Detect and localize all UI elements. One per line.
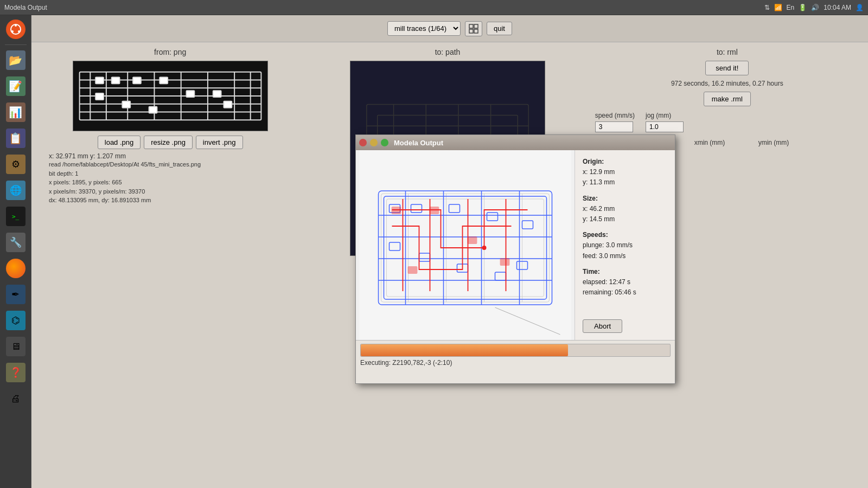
make-rml-button[interactable]: make .rml [704,92,751,106]
size-label: Size: [583,194,667,204]
elapsed-value: elapsed: 12:47 s [583,278,630,286]
sidebar-item-arduino[interactable]: ⌬ [4,309,28,332]
time-estimate: 972 seconds, 16.2 minutes, 0.27 hours [671,80,783,87]
ymin-label: ymin (mm) [729,139,789,146]
svg-rect-6 [469,29,473,33]
svg-rect-30 [122,101,130,108]
svg-rect-7 [474,29,478,33]
dialog-footer: Executing: Z2190,782,-3 (-2:10) [356,340,675,383]
resize-png-button[interactable]: resize .png [144,136,193,149]
remaining-value: remaining: 05:46 s [583,288,636,296]
sidebar-item-terminal[interactable]: >_ [4,204,28,228]
quit-button[interactable]: quit [487,22,512,35]
progress-bar-fill [361,344,568,356]
speed-input[interactable] [595,121,633,132]
size-y: y: 14.5 mm [583,215,615,223]
sidebar-item-printer[interactable]: 🖨 [4,387,28,410]
sidebar-item-help[interactable]: ❓ [4,361,28,384]
origin-label: Origin: [583,157,667,167]
svg-point-2 [18,30,20,33]
sidebar-item-ubuntu[interactable] [4,17,28,41]
feed-value: feed: 3.0 mm/s [583,252,626,260]
svg-rect-31 [149,107,157,113]
clock: 10:04 AM [824,4,851,11]
toolbar: mill traces (1/64) quit [31,15,868,42]
svg-point-73 [482,246,487,250]
dialog-body: Origin: x: 12.9 mm y: 11.3 mm Size: x: 4… [356,150,675,340]
svg-rect-5 [474,24,478,28]
svg-rect-28 [213,91,221,97]
log-line-2: bit depth: 1 [49,169,201,178]
svg-rect-24 [111,78,119,84]
sidebar-item-libreoffice-impress[interactable]: 📋 [4,126,28,150]
time-section: Time: elapsed: 12:47 s remaining: 05:46 … [583,267,667,298]
svg-rect-25 [133,78,141,84]
load-png-button[interactable]: load .png [98,136,141,149]
sidebar-item-tools[interactable]: 🔧 [4,230,28,254]
origin-section: Origin: x: 12.9 mm y: 11.3 mm [583,157,667,188]
sidebar-item-display[interactable]: 🖥 [4,335,28,358]
dialog-canvas[interactable] [356,150,575,340]
size-section: Size: x: 46.2 mm y: 14.5 mm [583,194,667,225]
speed-label: speed (mm/s) [595,112,635,119]
operation-dropdown[interactable]: mill traces (1/64) [387,21,461,36]
user-icon: 👤 [856,4,864,11]
sidebar-item-firefox[interactable] [4,256,28,280]
svg-rect-67 [517,261,528,269]
dialog-titlebar: Modela Output [356,135,675,150]
coord-display: x: 32.971 mm y: 1.207 mm [49,152,126,160]
svg-rect-27 [186,91,194,97]
app-title: Modela Output [4,4,47,11]
origin-y: y: 11.3 mm [583,178,615,186]
svg-rect-66 [495,272,506,280]
log-line-3: x pixels: 1895, y pixels: 665 [49,178,201,187]
to-path-header: to: path [435,48,461,56]
sidebar-item-network[interactable]: 🌐 [4,178,28,202]
sidebar-item-libreoffice-calc[interactable]: 📊 [4,100,28,124]
executing-text: Executing: Z2190,782,-3 (-2:10) [360,359,671,367]
dialog-maximize-button[interactable] [381,139,388,146]
titlebar: Modela Output ⇅ 📶 En 🔋 🔊 10:04 AM 👤 [0,0,868,15]
log-output: read /home/fablabcept/Desktop/At 45/fts_… [49,160,201,205]
from-png-column: from: png [31,42,309,488]
volume-icon: 🔊 [811,4,819,11]
system-tray: ⇅ 📶 En 🔋 🔊 10:04 AM 👤 [764,4,864,11]
speeds-label: Speeds: [583,230,667,240]
speed-jog-row: speed (mm/s) jog (mm) [595,112,684,132]
abort-button[interactable]: Abort [583,319,622,333]
network-icon: ⇅ [764,4,770,11]
svg-rect-32 [224,101,232,108]
svg-rect-23 [95,78,104,84]
log-line-5: dx: 48.133095 mm, dy: 16.891033 mm [49,196,201,205]
jog-label: jog (mm) [646,112,684,119]
svg-rect-63 [390,242,400,251]
time-label: Time: [583,267,667,277]
svg-rect-26 [159,78,168,84]
jog-input[interactable] [646,121,684,132]
modela-output-dialog[interactable]: Modela Output [355,134,675,384]
size-x: x: 46.2 mm [583,205,615,213]
log-line-4: x pixels/m: 39370, y pixels/m: 39370 [49,187,201,196]
svg-rect-62 [522,221,533,229]
invert-png-button[interactable]: invert .png [196,136,243,149]
sidebar-item-inkscape[interactable]: ✒ [4,282,28,306]
speeds-section: Speeds: plunge: 3.0 mm/s feed: 3.0 mm/s [583,230,667,261]
dialog-minimize-button[interactable] [370,139,378,146]
from-png-header: from: png [154,48,186,56]
grid-view-button[interactable] [465,21,482,36]
svg-rect-59 [411,204,422,213]
dialog-close-button[interactable] [359,139,367,146]
svg-rect-69 [430,207,439,214]
svg-rect-70 [468,237,477,243]
sidebar-item-libreoffice-writer[interactable]: 📝 [4,74,28,98]
log-line-1: read /home/fablabcept/Desktop/At 45/fts_… [49,160,201,169]
sidebar: 📂 📝 📊 📋 ⚙ 🌐 >_ 🔧 ✒ ⌬ [0,15,31,488]
svg-rect-68 [392,207,401,214]
origin-x: x: 12.9 mm [583,168,615,176]
lang-indicator: En [787,4,795,11]
send-button[interactable]: send it! [705,61,749,75]
wifi-icon: 📶 [774,4,782,11]
sidebar-item-settings[interactable]: ⚙ [4,152,28,176]
battery-icon: 🔋 [799,4,807,11]
sidebar-item-files[interactable]: 📂 [4,48,28,72]
